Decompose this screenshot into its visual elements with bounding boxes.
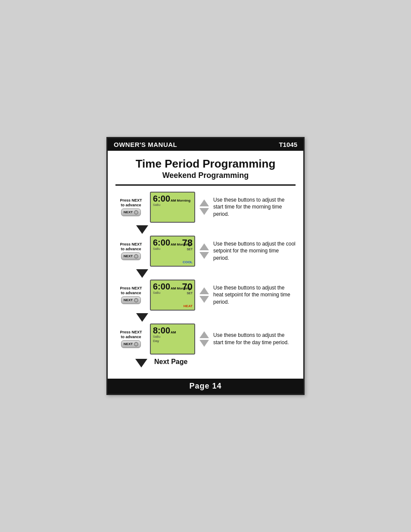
step-left-3: Press NEXTto advance NEXT — [115, 286, 146, 304]
next-btn-label-1: NEXT — [124, 210, 133, 214]
arrows-1 — [199, 199, 210, 215]
screen-sub-4: SaBu — [153, 335, 192, 338]
step-desc-1: Use these buttons to adjust the start ti… — [213, 196, 296, 218]
step-left-4: Press NEXTto advance NEXT — [115, 330, 146, 348]
footer-bar: Page 14 — [108, 379, 303, 394]
step-desc-4: Use these buttons to adjust the start ti… — [213, 332, 296, 346]
next-page-row: Next Page — [115, 357, 296, 369]
divider — [115, 184, 296, 186]
screen-time-4: 8:00 — [153, 326, 170, 335]
step-row-1: Press NEXTto advance NEXT 6:00 AM Mornin… — [115, 192, 296, 223]
down-arrow-4 — [135, 359, 147, 367]
step-row-4: Press NEXTto advance NEXT 8:00 AM SaBu D… — [115, 324, 296, 355]
screen-ampm-3: AM — [171, 286, 176, 290]
step-left-1: Press NEXTto advance NEXT — [115, 198, 146, 216]
arrows-4 — [199, 331, 210, 347]
page-wrapper: OWNER'S MANUAL T1045 Time Period Program… — [0, 0, 411, 532]
connector-2 — [115, 269, 296, 278]
next-page-label: Next Page — [154, 358, 187, 366]
screen-sub-1: SaBu — [153, 203, 192, 206]
arrow-down-4[interactable] — [199, 340, 209, 347]
screen-mode-2: COOL — [183, 260, 193, 264]
arrow-down-2[interactable] — [199, 252, 209, 259]
screen-period-1: Morning — [177, 199, 190, 202]
press-next-label-4: Press NEXTto advance — [120, 330, 142, 339]
screen-3: 6:00 AM Morning SaBu 70 SET HEAT — [150, 280, 195, 311]
screen-setpoint-2: 78 — [182, 238, 193, 248]
down-arrow-2 — [136, 269, 148, 278]
press-next-label-1: Press NEXTto advance — [120, 198, 142, 208]
header-bar: OWNER'S MANUAL T1045 — [108, 138, 303, 151]
arrow-down-3[interactable] — [199, 296, 209, 303]
arrow-down-1[interactable] — [199, 208, 209, 215]
step-row-3: Press NEXTto advance NEXT 6:00 AM Mornin… — [115, 280, 296, 311]
next-button-4[interactable]: NEXT — [121, 340, 141, 348]
screen-ampm-4: AM — [171, 330, 176, 334]
next-button-3[interactable]: NEXT — [121, 296, 141, 304]
arrow-up-2[interactable] — [199, 243, 209, 250]
press-next-label-2: Press NEXTto advance — [120, 242, 142, 252]
page-number: Page 14 — [189, 382, 221, 390]
arrow-up-3[interactable] — [199, 287, 209, 294]
screen-time-2: 6:00 — [153, 238, 170, 247]
next-btn-label-4: NEXT — [124, 342, 133, 346]
step-left-2: Press NEXTto advance NEXT — [115, 242, 146, 260]
arrows-3 — [199, 287, 210, 303]
down-arrow-1 — [136, 225, 148, 234]
next-button-2[interactable]: NEXT — [121, 252, 141, 260]
down-arrow-3 — [136, 313, 148, 322]
press-next-label-3: Press NEXTto advance — [120, 286, 142, 296]
screen-1: 6:00 AM Morning SaBu — [150, 192, 195, 223]
screen-set-label-3: SET — [187, 292, 193, 295]
next-btn-circle-2 — [134, 254, 138, 258]
arrow-up-1[interactable] — [199, 199, 209, 206]
next-btn-circle-4 — [134, 342, 138, 346]
screen-4: 8:00 AM SaBu Day — [150, 324, 195, 355]
next-btn-label-3: NEXT — [124, 298, 133, 302]
screen-mode-3: HEAT — [184, 304, 193, 308]
arrows-2 — [199, 243, 210, 259]
screen-day-label-4: Day — [153, 339, 192, 343]
screen-ampm-1: AM — [171, 199, 176, 202]
model-number: T1045 — [279, 141, 297, 148]
next-button-1[interactable]: NEXT — [121, 208, 141, 216]
screen-setpoint-3: 70 — [182, 282, 193, 292]
step-desc-2: Use these buttons to adjust the cool set… — [213, 240, 296, 262]
manual-card: OWNER'S MANUAL T1045 Time Period Program… — [106, 137, 305, 395]
next-btn-label-2: NEXT — [124, 254, 133, 258]
card-body: Time Period Programming Weekend Programm… — [108, 151, 303, 375]
screen-2: 6:00 AM Morning SaBu 78 SET COOL — [150, 236, 195, 267]
screen-time-1: 6:00 — [153, 194, 170, 203]
step-row-2: Press NEXTto advance NEXT 6:00 AM Mornin… — [115, 236, 296, 267]
sub-title: Weekend Programming — [115, 171, 296, 180]
screen-time-3: 6:00 — [153, 282, 170, 291]
next-btn-circle-3 — [134, 298, 138, 302]
next-btn-circle-1 — [134, 210, 138, 215]
screen-set-label-2: SET — [187, 248, 193, 251]
manual-title: OWNER'S MANUAL — [114, 141, 177, 148]
screen-ampm-2: AM — [171, 243, 176, 246]
main-title: Time Period Programming — [115, 158, 296, 170]
connector-3 — [115, 313, 296, 322]
step-desc-3: Use these buttons to adjust the heat set… — [213, 284, 296, 306]
connector-1 — [115, 225, 296, 234]
arrow-up-4[interactable] — [199, 331, 209, 338]
